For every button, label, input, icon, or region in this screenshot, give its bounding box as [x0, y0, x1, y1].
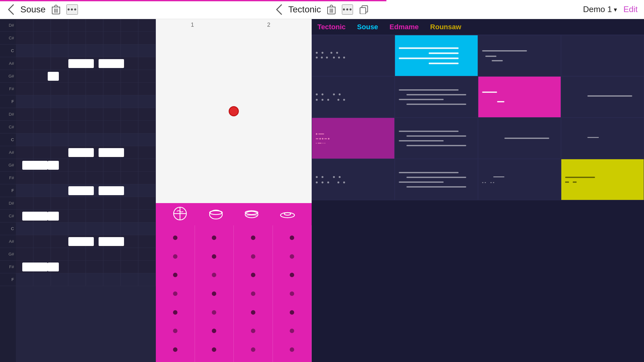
drum-dot[interactable]: [290, 310, 294, 315]
drum-col-4[interactable]: [273, 225, 312, 362]
pattern-cell-5[interactable]: [312, 76, 395, 118]
grid-row-f2[interactable]: [16, 184, 156, 197]
tab-edmame[interactable]: Edmame: [387, 22, 421, 32]
demo-selector[interactable]: Demo 1 ▾: [583, 4, 617, 14]
grid-row-f#2[interactable]: [16, 172, 156, 184]
drum-dot[interactable]: [173, 254, 177, 259]
pattern-cell-15[interactable]: [478, 159, 561, 200]
edit-button[interactable]: Edit: [623, 4, 638, 14]
note-block[interactable]: [99, 237, 124, 246]
drum-dot[interactable]: [173, 310, 177, 315]
pattern-cell-16-active[interactable]: [561, 159, 644, 200]
drum-grid[interactable]: [156, 225, 312, 362]
grid-row-f[interactable]: [16, 95, 156, 108]
grid-row-a#3[interactable]: [16, 235, 156, 248]
tab-tectonic[interactable]: Tectonic: [315, 22, 348, 32]
drum-dot[interactable]: [212, 291, 216, 296]
note-block[interactable]: [22, 212, 48, 221]
grid-row-1[interactable]: [16, 32, 156, 44]
pattern-cell-1[interactable]: [312, 35, 395, 76]
drum-dot[interactable]: [173, 291, 177, 296]
grid-row-c3[interactable]: [16, 222, 156, 235]
pattern-cell-7-active[interactable]: [478, 76, 561, 118]
drum-icon-cymbal[interactable]: [280, 206, 295, 223]
drum-icon-kick[interactable]: [208, 206, 224, 223]
grid-row-c#2[interactable]: [16, 121, 156, 133]
grid-row-c#3[interactable]: [16, 210, 156, 222]
drum-dot[interactable]: [212, 254, 216, 259]
grid-row-f3[interactable]: [16, 273, 156, 286]
grid-row-g#2[interactable]: [16, 159, 156, 172]
pattern-cell-13[interactable]: [312, 159, 395, 200]
note-block[interactable]: [68, 148, 94, 157]
drum-dot[interactable]: [251, 236, 255, 240]
pattern-cell-4[interactable]: [561, 35, 644, 76]
note-block[interactable]: [68, 186, 94, 195]
tectonic-bottom[interactable]: [156, 203, 312, 362]
drum-dot[interactable]: [173, 347, 177, 352]
tectonic-top[interactable]: 1 2: [156, 19, 312, 203]
drum-dot[interactable]: [212, 273, 216, 277]
grid-row-0[interactable]: [16, 19, 156, 32]
drum-dot[interactable]: [251, 347, 255, 352]
pattern-cell-3[interactable]: [478, 35, 561, 76]
drum-dot[interactable]: [251, 329, 255, 333]
drum-dot[interactable]: [212, 329, 216, 333]
center-trash-button[interactable]: [326, 3, 337, 16]
drum-dot[interactable]: [212, 236, 216, 240]
pattern-cell-11[interactable]: [478, 118, 561, 159]
drum-dot[interactable]: [290, 291, 294, 296]
pattern-cell-10[interactable]: [395, 118, 478, 159]
note-block[interactable]: [68, 237, 94, 246]
pattern-cell-9-active[interactable]: [312, 118, 395, 159]
drum-dot[interactable]: [173, 236, 177, 240]
grid-row-g#3[interactable]: [16, 248, 156, 261]
drum-col-2[interactable]: [195, 225, 234, 362]
drum-dot[interactable]: [290, 273, 294, 277]
pattern-cell-14[interactable]: [395, 159, 478, 200]
drum-dot[interactable]: [173, 329, 177, 333]
drum-dot[interactable]: [290, 329, 294, 333]
center-more-button[interactable]: •••: [342, 4, 353, 15]
note-block[interactable]: [99, 59, 124, 68]
piano-grid[interactable]: [16, 19, 156, 362]
pattern-cell-12[interactable]: [561, 118, 644, 159]
grid-row-f#3[interactable]: [16, 261, 156, 273]
drum-dot[interactable]: [251, 310, 255, 315]
drum-dot[interactable]: [251, 291, 255, 296]
drum-dot[interactable]: [212, 347, 216, 352]
grid-row-c2[interactable]: [16, 133, 156, 146]
note-block[interactable]: [99, 148, 124, 157]
drum-dot[interactable]: [251, 273, 255, 277]
drum-dot[interactable]: [290, 254, 294, 259]
center-copy-button[interactable]: [358, 4, 370, 15]
left-more-button[interactable]: •••: [66, 4, 78, 15]
drum-dot[interactable]: [290, 236, 294, 240]
drum-col-1[interactable]: [156, 225, 195, 362]
drum-col-3[interactable]: [234, 225, 273, 362]
drum-dot[interactable]: [251, 254, 255, 259]
drum-dot[interactable]: [173, 273, 177, 277]
grid-row-d#3[interactable]: [16, 197, 156, 210]
note-block[interactable]: [48, 161, 59, 170]
grid-row-g#[interactable]: [16, 70, 156, 83]
pattern-cell-2-active[interactable]: [395, 35, 478, 76]
tab-souse[interactable]: Souse: [355, 22, 381, 32]
pattern-cell-8[interactable]: [561, 76, 644, 118]
drum-dot[interactable]: [212, 310, 216, 315]
drum-icon-snare[interactable]: [244, 206, 260, 223]
grid-row-f#[interactable]: [16, 83, 156, 95]
note-block[interactable]: [48, 212, 59, 221]
grid-row-a#[interactable]: [16, 57, 156, 70]
note-block[interactable]: [48, 263, 59, 271]
drum-dot[interactable]: [290, 347, 294, 352]
grid-row-d#2[interactable]: [16, 108, 156, 121]
note-block[interactable]: [99, 186, 124, 195]
note-block[interactable]: [68, 59, 94, 68]
tab-rounsaw[interactable]: Rounsaw: [428, 22, 464, 32]
note-block[interactable]: [48, 72, 59, 81]
grid-row-a#2[interactable]: [16, 146, 156, 159]
grid-row-2[interactable]: [16, 44, 156, 57]
pattern-cell-6[interactable]: [395, 76, 478, 118]
back-button-center[interactable]: [274, 3, 283, 16]
